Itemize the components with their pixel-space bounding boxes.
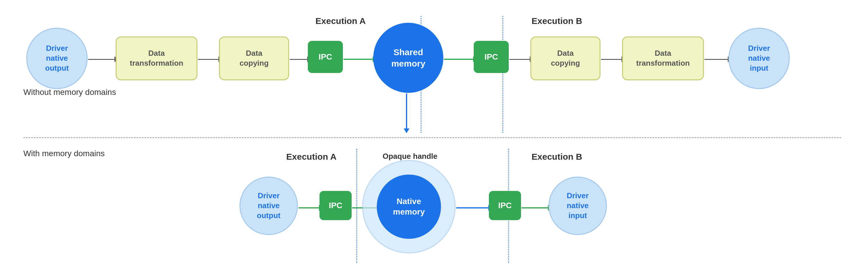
- arrow-5: [444, 56, 478, 62]
- arrow-bot-4: [522, 205, 553, 211]
- data-transformation-2: Datatransformation: [622, 36, 704, 80]
- diagram-container: Without memory domains With memory domai…: [0, 0, 868, 268]
- data-transformation-1: Datatransformation: [116, 36, 197, 80]
- vline-right-top: [502, 16, 503, 133]
- native-memory: Nativememory: [377, 175, 441, 239]
- ipc-3: IPC: [319, 191, 352, 220]
- data-copying-2: Datacopying: [530, 36, 600, 80]
- exec-a-label-top: Execution A: [315, 16, 366, 26]
- exec-b-label-bottom: Execution B: [531, 152, 582, 162]
- driver-native-output-bottom: Drivernativeoutput: [240, 177, 298, 235]
- data-copying-1: Datacopying: [219, 36, 289, 80]
- shared-memory: Sharedmemory: [373, 23, 443, 93]
- ipc-2: IPC: [474, 41, 509, 73]
- arrow-down-shared: [404, 93, 409, 133]
- arrow-bot-3: [456, 205, 493, 211]
- driver-native-input-bottom: Drivernativeinput: [549, 177, 607, 235]
- without-memory-domains-label: Without memory domains: [23, 88, 116, 97]
- exec-b-label-top: Execution B: [531, 16, 582, 26]
- exec-a-label-bottom: Execution A: [286, 152, 337, 162]
- arrow-4: [343, 56, 377, 62]
- section-divider: [23, 137, 841, 138]
- with-memory-domains-label: With memory domains: [23, 149, 105, 158]
- arrow-1: [88, 56, 119, 62]
- opaque-handle-label: Opaque handle: [382, 152, 437, 161]
- ipc-4: IPC: [489, 191, 521, 220]
- driver-native-output-top: Drivernativeoutput: [26, 28, 88, 89]
- driver-native-input-top: Drivernativeinput: [728, 28, 790, 89]
- ipc-1: IPC: [308, 41, 343, 73]
